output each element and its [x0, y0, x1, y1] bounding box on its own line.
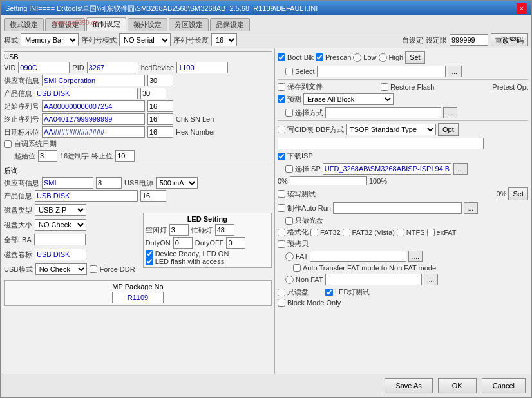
- no-serial-combo[interactable]: NO Serial: [119, 33, 171, 46]
- usb-mode-combo[interactable]: No Check: [35, 263, 87, 275]
- vid-input[interactable]: [18, 62, 70, 73]
- exfat-check[interactable]: [427, 229, 435, 236]
- busy-label: 忙碌灯: [191, 225, 213, 235]
- auto-date-check[interactable]: [4, 140, 12, 148]
- select-dots-btn[interactable]: ...: [448, 66, 462, 77]
- close-button[interactable]: ×: [517, 3, 527, 14]
- fat-radio[interactable]: [285, 252, 294, 261]
- low-label: Low: [363, 53, 376, 61]
- read-write-check[interactable]: [278, 190, 285, 198]
- end-num[interactable]: [147, 113, 173, 125]
- read-only-check[interactable]: [278, 289, 285, 296]
- idle-input[interactable]: [169, 224, 189, 236]
- product-input[interactable]: [35, 88, 138, 99]
- select-method-check[interactable]: [285, 109, 293, 117]
- date-input[interactable]: [42, 126, 145, 138]
- select-check[interactable]: [285, 68, 293, 75]
- cancel-btn[interactable]: Cancel: [482, 378, 526, 393]
- bcd-label: bcdDevice: [141, 64, 174, 71]
- vendor-num[interactable]: [147, 75, 173, 86]
- fat32-check[interactable]: [310, 229, 318, 236]
- restore-flash-check[interactable]: [381, 83, 388, 91]
- pid-input[interactable]: [87, 62, 138, 73]
- autorun-check[interactable]: [278, 204, 285, 212]
- write-cid-check[interactable]: [278, 126, 285, 133]
- device-ready-check[interactable]: [146, 250, 153, 258]
- cid-input[interactable]: [278, 138, 484, 149]
- opt-btn[interactable]: Opt: [438, 123, 459, 136]
- low-radio[interactable]: [353, 53, 361, 62]
- cdrom-only-check[interactable]: [285, 217, 293, 225]
- disk-lba-input[interactable]: [34, 234, 86, 245]
- fat32-vista-check[interactable]: [343, 229, 350, 236]
- select-method-dots[interactable]: ...: [443, 107, 457, 118]
- tab-capacity[interactable]: 容量设定: [45, 18, 85, 31]
- auto-transfer-check[interactable]: [293, 264, 301, 272]
- ok-btn[interactable]: OK: [438, 378, 477, 393]
- save-as-btn[interactable]: Save As: [385, 378, 432, 393]
- end-bit-input[interactable]: [115, 150, 135, 162]
- tab-preset[interactable]: 预制设定: [86, 17, 126, 31]
- duty-on-input[interactable]: [173, 237, 193, 249]
- autorun-input[interactable]: [333, 202, 462, 214]
- tab-quality[interactable]: 品保设定: [210, 18, 250, 31]
- bcd-input[interactable]: [176, 62, 228, 73]
- erase-all-block-combo[interactable]: Erase All Block: [303, 93, 394, 105]
- date-num[interactable]: [147, 126, 173, 138]
- pre-copy-check[interactable]: [278, 240, 285, 248]
- change-pwd-btn[interactable]: 重改密码: [491, 33, 528, 46]
- start-bit-input[interactable]: [38, 150, 57, 162]
- ntfs-check[interactable]: [397, 229, 404, 236]
- tab-partition[interactable]: 分区设定: [169, 18, 209, 31]
- disk-type-combo[interactable]: USB-ZIP: [35, 204, 86, 216]
- prescan2-check[interactable]: [278, 95, 285, 103]
- prescan2-label: 预测: [287, 95, 301, 104]
- download-isp-check[interactable]: [278, 153, 285, 160]
- vendor-input[interactable]: [42, 75, 145, 86]
- non-fat-input[interactable]: [325, 274, 422, 285]
- start-num[interactable]: [147, 100, 173, 112]
- prescan-check[interactable]: [316, 53, 323, 61]
- q-vendor-num[interactable]: [96, 177, 122, 189]
- tab-extra[interactable]: 额外设定: [128, 18, 167, 31]
- led-flash-check[interactable]: [146, 258, 153, 265]
- start-serial-label: 起始序列号: [4, 102, 39, 111]
- led-test-check[interactable]: [325, 289, 333, 296]
- format-check[interactable]: [278, 229, 285, 236]
- force-ddr-check[interactable]: [90, 265, 97, 273]
- set-btn[interactable]: Set: [405, 51, 425, 64]
- isp-file-input[interactable]: [323, 163, 451, 175]
- memory-bar-combo[interactable]: Memory Bar: [21, 33, 79, 46]
- set2-btn[interactable]: Set: [508, 187, 528, 200]
- disk-volume-input[interactable]: [35, 249, 86, 260]
- select-method-input[interactable]: [325, 107, 441, 118]
- isp-dots-btn[interactable]: ...: [453, 163, 468, 175]
- disk-size-combo[interactable]: NO Check: [35, 219, 86, 231]
- fat-input[interactable]: [310, 251, 406, 262]
- settings-limit-input[interactable]: [450, 34, 488, 46]
- non-fat-radio[interactable]: [285, 276, 294, 284]
- duty-off-input[interactable]: [226, 237, 245, 249]
- tsop-combo[interactable]: TSOP Standard Type: [346, 124, 436, 135]
- boot-blk-check[interactable]: [278, 53, 285, 61]
- tab-mode[interactable]: 模式设定: [4, 18, 44, 31]
- fat-dots[interactable]: ....: [408, 251, 423, 262]
- non-fat-dots[interactable]: ....: [424, 274, 438, 285]
- serial-len-combo[interactable]: 16: [211, 33, 237, 46]
- q-vendor-input[interactable]: [42, 177, 93, 189]
- q-product-num[interactable]: [140, 190, 166, 202]
- high-radio[interactable]: [379, 53, 387, 62]
- restore-flash-label: Restore Flash: [390, 83, 434, 91]
- start-serial-input[interactable]: [42, 100, 145, 112]
- q-product-input[interactable]: [35, 190, 138, 202]
- save-file-check[interactable]: [278, 83, 285, 91]
- usb-power-combo[interactable]: 500 mA: [156, 177, 198, 189]
- select-input[interactable]: [317, 66, 446, 77]
- end-serial-input[interactable]: [42, 113, 145, 125]
- mp-package-input[interactable]: [112, 292, 164, 303]
- autorun-dots[interactable]: ...: [464, 202, 478, 214]
- product-num[interactable]: [140, 88, 166, 99]
- block-mode-check[interactable]: [278, 299, 285, 307]
- busy-input[interactable]: [215, 224, 234, 236]
- select-isp-check[interactable]: [285, 165, 293, 173]
